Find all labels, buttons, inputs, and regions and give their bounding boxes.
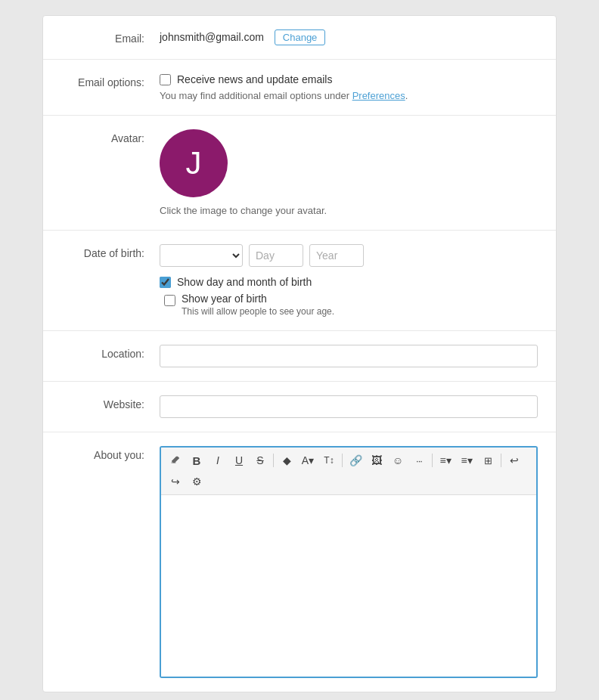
redo-button[interactable]: ↪ bbox=[166, 472, 185, 491]
change-email-button[interactable]: Change bbox=[275, 29, 326, 45]
location-input[interactable] bbox=[160, 345, 538, 367]
email-row: Email: johnsmith@gmail.com Change bbox=[43, 16, 556, 60]
news-email-label: Receive news and update emails bbox=[177, 73, 332, 85]
dob-day-input[interactable] bbox=[249, 244, 303, 267]
settings-card: Email: johnsmith@gmail.com Change Email … bbox=[42, 15, 557, 692]
show-day-month-label: Show day and month of birth bbox=[177, 276, 312, 288]
font-button[interactable]: A▾ bbox=[298, 451, 318, 470]
news-email-checkbox-row: Receive news and update emails bbox=[160, 73, 538, 85]
toolbar-sep-3 bbox=[432, 454, 433, 467]
toolbar-row-1: B I U S ◆ A▾ T↕ 🔗 🖼 ☺ ··· ≡ bbox=[166, 451, 532, 470]
email-options-hint: You may find additional email options un… bbox=[160, 90, 538, 101]
italic-button[interactable]: I bbox=[208, 451, 228, 470]
toolbar-sep-2 bbox=[342, 454, 343, 467]
email-value: johnsmith@gmail.com bbox=[160, 31, 264, 43]
show-day-month-checkbox[interactable] bbox=[160, 277, 171, 288]
avatar-row: Avatar: J Click the image to change your… bbox=[43, 116, 556, 231]
show-year-row: Show year of birth This will allow peopl… bbox=[164, 293, 538, 317]
location-label: Location: bbox=[61, 345, 160, 360]
more-button[interactable]: ··· bbox=[409, 451, 429, 470]
dob-inputs: JanuaryFebruaryMarch AprilMayJune JulyAu… bbox=[160, 244, 538, 267]
font-size-button[interactable]: T↕ bbox=[319, 451, 339, 470]
website-content bbox=[160, 395, 538, 418]
link-button[interactable]: 🔗 bbox=[346, 451, 365, 470]
settings-button[interactable]: ⚙ bbox=[187, 472, 206, 491]
about-content: B I U S ◆ A▾ T↕ 🔗 🖼 ☺ ··· ≡ bbox=[160, 446, 538, 678]
email-label: Email: bbox=[61, 29, 160, 45]
editor-toolbar: B I U S ◆ A▾ T↕ 🔗 🖼 ☺ ··· ≡ bbox=[161, 448, 536, 495]
avatar-label: Avatar: bbox=[61, 129, 160, 144]
undo-button[interactable]: ↩ bbox=[504, 451, 524, 470]
dob-month-select[interactable]: JanuaryFebruaryMarch AprilMayJune JulyAu… bbox=[160, 244, 243, 267]
toolbar-row-2: ↪ ⚙ bbox=[166, 472, 532, 491]
avatar-content: J Click the image to change your avatar. bbox=[160, 129, 538, 216]
news-email-checkbox[interactable] bbox=[160, 74, 171, 85]
show-year-checkbox[interactable] bbox=[164, 295, 175, 306]
dob-label: Date of birth: bbox=[61, 244, 160, 259]
email-options-row: Email options: Receive news and update e… bbox=[43, 60, 556, 116]
dob-year-input[interactable] bbox=[309, 244, 364, 267]
website-row: Website: bbox=[43, 382, 556, 432]
strikethrough-button[interactable]: S bbox=[250, 451, 270, 470]
about-editor: B I U S ◆ A▾ T↕ 🔗 🖼 ☺ ··· ≡ bbox=[160, 446, 538, 678]
email-content: johnsmith@gmail.com Change bbox=[160, 29, 538, 45]
list-button[interactable]: ≡▾ bbox=[457, 451, 476, 470]
toolbar-sep-1 bbox=[273, 454, 274, 467]
show-day-month-row: Show day and month of birth bbox=[160, 276, 538, 288]
image-button[interactable]: 🖼 bbox=[367, 451, 386, 470]
email-options-label: Email options: bbox=[61, 73, 160, 88]
show-year-label-group: Show year of birth This will allow peopl… bbox=[182, 293, 334, 317]
avatar-hint: Click the image to change your avatar. bbox=[160, 205, 538, 216]
toolbar-sep-4 bbox=[501, 454, 501, 467]
location-row: Location: bbox=[43, 331, 556, 382]
about-row: About you: B I U S bbox=[43, 432, 556, 692]
email-options-content: Receive news and update emails You may f… bbox=[160, 73, 538, 101]
about-label: About you: bbox=[61, 446, 160, 461]
email-hint-text: You may find additional email options un… bbox=[160, 90, 352, 101]
show-year-hint: This will allow people to see your age. bbox=[182, 306, 334, 317]
website-label: Website: bbox=[61, 395, 160, 410]
avatar-letter: J bbox=[186, 145, 202, 181]
show-year-label: Show year of birth bbox=[182, 293, 334, 305]
color-button[interactable]: ◆ bbox=[277, 451, 296, 470]
website-input[interactable] bbox=[160, 395, 538, 418]
location-content bbox=[160, 345, 538, 367]
dob-row: Date of birth: JanuaryFebruaryMarch Apri… bbox=[43, 231, 556, 331]
align-button[interactable]: ≡▾ bbox=[436, 451, 455, 470]
email-hint-end: . bbox=[405, 90, 408, 101]
preferences-link[interactable]: Preferences bbox=[352, 90, 405, 101]
bold-button[interactable]: B bbox=[187, 451, 206, 470]
dob-content: JanuaryFebruaryMarch AprilMayJune JulyAu… bbox=[160, 244, 538, 317]
about-editor-body[interactable] bbox=[161, 495, 536, 677]
eraser-button[interactable] bbox=[166, 451, 185, 470]
avatar-image[interactable]: J bbox=[160, 129, 228, 197]
emoji-button[interactable]: ☺ bbox=[388, 451, 408, 470]
underline-button[interactable]: U bbox=[229, 451, 249, 470]
table-button[interactable]: ⊞ bbox=[478, 451, 498, 470]
